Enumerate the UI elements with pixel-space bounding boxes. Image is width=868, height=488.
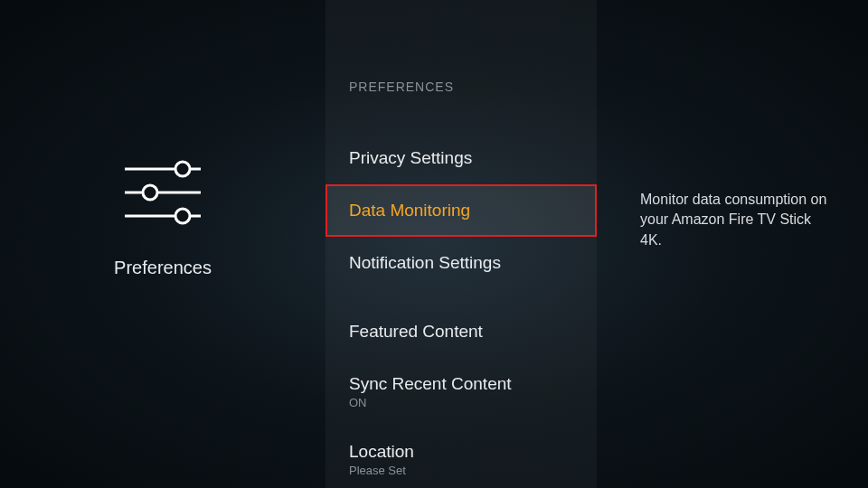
menu-item-notification-settings[interactable]: Notification Settings (326, 237, 597, 289)
section-header: Preferences (326, 80, 597, 94)
menu-item-data-monitoring[interactable]: Data Monitoring (326, 184, 597, 237)
svg-point-5 (175, 209, 190, 223)
left-panel: Preferences (0, 0, 326, 488)
detail-panel: Monitor data consumption on your Amazon … (597, 0, 868, 488)
svg-point-1 (175, 162, 190, 176)
sliders-icon (119, 156, 206, 232)
menu-panel: Preferences Privacy Settings Data Monito… (326, 0, 597, 488)
menu-item-sync-recent-content[interactable]: Sync Recent Content ON (326, 358, 597, 426)
menu-item-label: Featured Content (349, 322, 573, 342)
menu-item-featured-content[interactable]: Featured Content (326, 305, 597, 358)
svg-point-3 (143, 185, 157, 200)
menu-item-label: Sync Recent Content (349, 374, 573, 394)
left-panel-label: Preferences (114, 258, 212, 278)
detail-description: Monitor data consumption on your Amazon … (640, 190, 832, 250)
menu-item-privacy-settings[interactable]: Privacy Settings (326, 132, 597, 184)
menu-item-label: Location (349, 442, 573, 462)
menu-item-label: Privacy Settings (349, 148, 573, 168)
menu-item-label: Notification Settings (349, 253, 573, 273)
menu-item-location[interactable]: Location Please Set (326, 426, 597, 488)
menu-item-label: Data Monitoring (349, 201, 573, 221)
menu-item-subtext: ON (349, 396, 573, 409)
menu-item-subtext: Please Set (349, 464, 573, 477)
